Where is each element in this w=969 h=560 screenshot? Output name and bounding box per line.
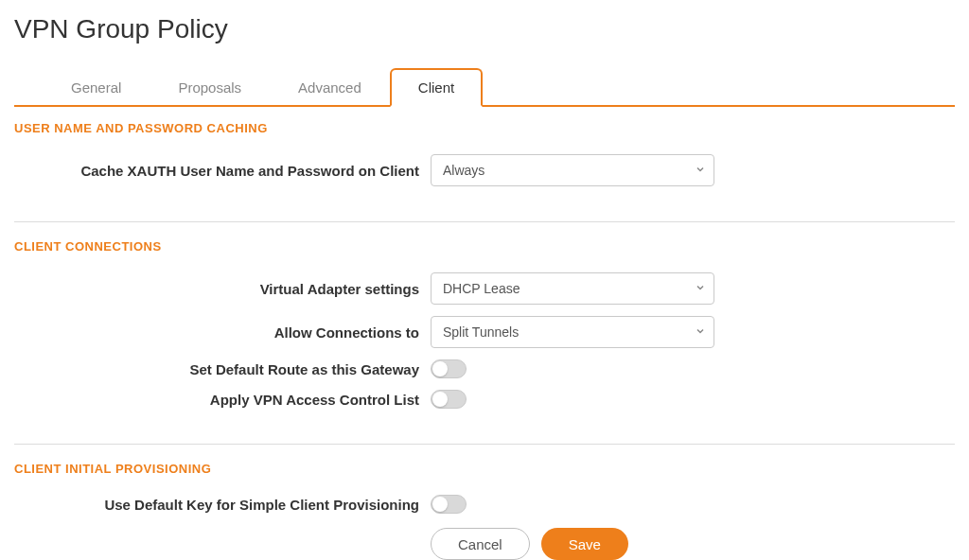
section-caching: USER NAME AND PASSWORD CACHING Cache XAU… [14,121,955,222]
row-cache-xauth: Cache XAUTH User Name and Password on Cl… [14,154,955,186]
label-allow-connections: Allow Connections to [14,324,431,341]
row-virtual-adapter: Virtual Adapter settings DHCP Lease [14,272,955,305]
chevron-down-icon [695,163,706,178]
section-header-provisioning: CLIENT INITIAL PROVISIONING [14,462,955,476]
select-cache-xauth-value: Always [443,163,484,178]
toggle-default-key[interactable] [431,495,467,514]
page-title: VPN Group Policy [14,14,955,44]
select-virtual-adapter-value: DHCP Lease [443,281,520,296]
chevron-down-icon [695,324,706,340]
select-allow-connections-value: Split Tunnels [443,324,519,340]
toggle-knob [432,361,448,376]
button-row: Cancel Save [14,528,955,560]
section-header-caching: USER NAME AND PASSWORD CACHING [14,121,955,135]
label-default-key: Use Default Key for Simple Client Provis… [14,497,431,513]
tab-general[interactable]: General [43,68,150,107]
label-default-route: Set Default Route as this Gateway [14,361,431,377]
label-virtual-adapter: Virtual Adapter settings [14,281,431,297]
cancel-button[interactable]: Cancel [431,528,530,560]
section-provisioning: CLIENT INITIAL PROVISIONING Use Default … [14,462,955,560]
toggle-default-route[interactable] [431,359,467,378]
chevron-down-icon [695,281,706,296]
select-allow-connections[interactable]: Split Tunnels [431,316,714,348]
tab-client[interactable]: Client [390,68,483,107]
section-header-connections: CLIENT CONNECTIONS [14,239,955,254]
section-connections: CLIENT CONNECTIONS Virtual Adapter setti… [14,239,955,445]
toggle-knob [432,497,448,512]
row-allow-connections: Allow Connections to Split Tunnels [14,316,955,348]
row-default-key: Use Default Key for Simple Client Provis… [14,495,955,514]
tab-advanced[interactable]: Advanced [270,68,390,107]
row-acl: Apply VPN Access Control List [14,390,955,409]
select-virtual-adapter[interactable]: DHCP Lease [431,272,714,305]
tab-bar: General Proposals Advanced Client [14,68,955,107]
select-cache-xauth[interactable]: Always [431,154,714,186]
row-default-route: Set Default Route as this Gateway [14,359,955,378]
label-cache-xauth: Cache XAUTH User Name and Password on Cl… [14,163,431,179]
save-button[interactable]: Save [541,528,628,560]
label-acl: Apply VPN Access Control List [14,392,431,408]
toggle-acl[interactable] [431,390,467,409]
tab-proposals[interactable]: Proposals [150,68,270,107]
toggle-knob [432,392,448,407]
